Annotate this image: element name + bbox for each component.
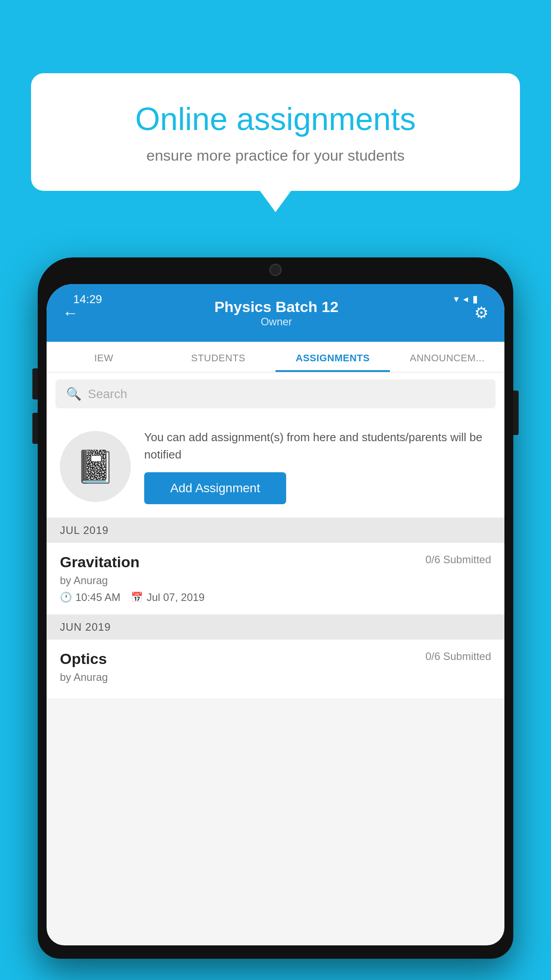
- phone-screen: 14:29 ▾ ◂ ▮ ← Physics Batch 12 Owner ⚙: [47, 284, 504, 945]
- phone-container: 14:29 ▾ ◂ ▮ ← Physics Batch 12 Owner ⚙: [38, 257, 513, 980]
- assignment-item-top: Gravitation 0/6 Submitted: [60, 553, 491, 571]
- search-bar[interactable]: 🔍 Search: [55, 379, 496, 408]
- add-assignment-description: You can add assignment(s) from here and …: [144, 429, 491, 463]
- signal-icon: ◂: [463, 293, 468, 305]
- calendar-icon: 📅: [131, 592, 143, 603]
- assignment-submitted-optics: 0/6 Submitted: [425, 650, 491, 663]
- assignment-icon-circle: 📓: [60, 431, 131, 502]
- notebook-icon: 📓: [75, 448, 115, 486]
- section-month-label-jun: JUN 2019: [60, 621, 111, 633]
- tab-announcements[interactable]: ANNOUNCEM...: [390, 342, 504, 372]
- assignment-submitted-gravitation: 0/6 Submitted: [425, 553, 491, 566]
- assignment-author-optics: by Anurag: [60, 671, 491, 684]
- assignment-time-gravitation: 🕐 10:45 AM: [60, 591, 120, 604]
- phone-side-button-left-2: [32, 413, 38, 444]
- section-jul-2019: JUL 2019: [47, 518, 504, 543]
- speech-bubble-container: Online assignments ensure more practice …: [31, 73, 520, 191]
- clock-icon: 🕐: [60, 592, 72, 603]
- section-month-label: JUL 2019: [60, 524, 109, 536]
- assignment-meta-gravitation: 🕐 10:45 AM 📅 Jul 07, 2019: [60, 591, 491, 604]
- tab-bar: IEW STUDENTS ASSIGNMENTS ANNOUNCEM...: [47, 342, 504, 372]
- assignment-item-top-optics: Optics 0/6 Submitted: [60, 650, 491, 668]
- status-time: 14:29: [73, 292, 102, 306]
- battery-icon: ▮: [472, 293, 478, 305]
- phone-camera: [269, 264, 282, 276]
- tab-assignments[interactable]: ASSIGNMENTS: [276, 342, 390, 372]
- add-assignment-button[interactable]: Add Assignment: [144, 472, 286, 504]
- wifi-icon: ▾: [454, 293, 459, 305]
- add-assignment-section: 📓 You can add assignment(s) from here an…: [47, 415, 504, 518]
- header-subtitle: Owner: [214, 316, 338, 328]
- search-container: 🔍 Search: [47, 372, 504, 415]
- assignment-item-gravitation[interactable]: Gravitation 0/6 Submitted by Anurag 🕐 10…: [47, 543, 504, 615]
- assignment-date-gravitation: 📅 Jul 07, 2019: [131, 591, 205, 604]
- time-value: 10:45 AM: [75, 591, 120, 604]
- speech-bubble-subtitle: ensure more practice for your students: [62, 147, 489, 164]
- section-jun-2019: JUN 2019: [47, 615, 504, 640]
- status-icons: ▾ ◂ ▮: [454, 293, 478, 305]
- tab-iew[interactable]: IEW: [47, 342, 161, 372]
- status-bar: 14:29 ▾ ◂ ▮: [64, 289, 487, 309]
- speech-bubble: Online assignments ensure more practice …: [31, 73, 520, 191]
- phone-side-button-right: [513, 391, 519, 435]
- phone-side-button-left-1: [32, 368, 38, 399]
- add-assignment-right: You can add assignment(s) from here and …: [144, 429, 491, 504]
- assignment-item-optics[interactable]: Optics 0/6 Submitted by Anurag: [47, 640, 504, 699]
- assignment-name-optics: Optics: [60, 650, 107, 668]
- search-placeholder: Search: [88, 387, 127, 401]
- search-icon: 🔍: [66, 387, 82, 401]
- phone-frame: 14:29 ▾ ◂ ▮ ← Physics Batch 12 Owner ⚙: [38, 257, 513, 959]
- phone-notch: [227, 257, 324, 280]
- speech-bubble-title: Online assignments: [62, 100, 489, 138]
- assignment-author-gravitation: by Anurag: [60, 574, 491, 587]
- date-value: Jul 07, 2019: [146, 591, 205, 604]
- tab-students[interactable]: STUDENTS: [161, 342, 276, 372]
- assignment-name-gravitation: Gravitation: [60, 553, 139, 571]
